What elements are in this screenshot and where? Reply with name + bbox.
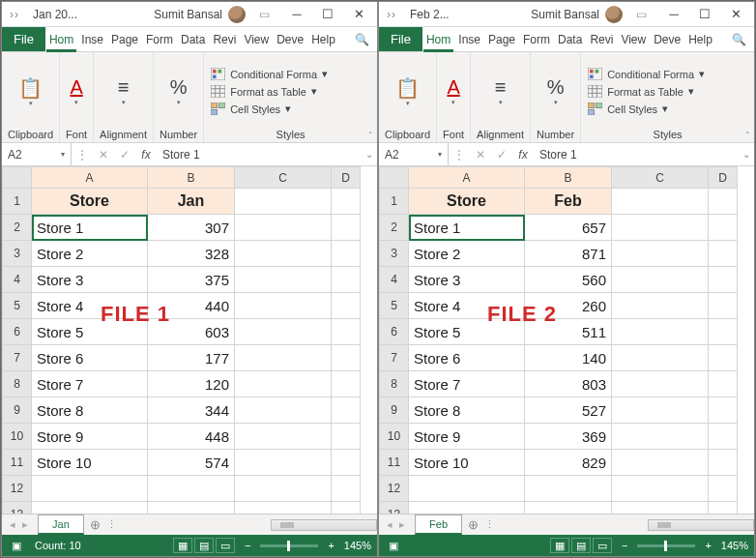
minimize-button[interactable]: ─: [282, 5, 311, 24]
cell[interactable]: Store 5: [409, 319, 525, 345]
ribbon-display-icon[interactable]: ▭: [255, 7, 273, 22]
new-sheet-button[interactable]: ⊕: [90, 517, 101, 532]
cell[interactable]: [235, 450, 332, 476]
cell[interactable]: [332, 215, 361, 241]
row-header[interactable]: 2: [3, 215, 32, 241]
cell[interactable]: [332, 345, 361, 371]
cell[interactable]: [235, 319, 332, 345]
cell[interactable]: Store 4: [32, 293, 148, 319]
tab-insert[interactable]: Inse: [454, 27, 484, 51]
cell[interactable]: [332, 397, 361, 424]
ribbon-group-clipboard[interactable]: 📋▾ Clipboard: [379, 52, 437, 142]
cell[interactable]: Jan: [148, 189, 235, 215]
cell[interactable]: Store 9: [32, 424, 148, 450]
cell[interactable]: 260: [525, 293, 612, 319]
close-button[interactable]: ✕: [344, 5, 373, 24]
cell[interactable]: [709, 241, 738, 267]
ribbon-display-icon[interactable]: ▭: [632, 7, 650, 22]
tab-view[interactable]: View: [617, 27, 650, 51]
row-header[interactable]: 6: [3, 319, 32, 345]
cell[interactable]: [709, 345, 738, 371]
cell[interactable]: Store 7: [409, 371, 525, 397]
col-header-d[interactable]: D: [332, 167, 361, 189]
format-as-table-button[interactable]: Format as Table▾: [210, 85, 371, 99]
cell[interactable]: [235, 189, 332, 215]
row-header[interactable]: 9: [380, 397, 409, 424]
cell[interactable]: [235, 502, 332, 514]
zoom-in-button[interactable]: +: [705, 540, 711, 551]
cancel-formula-button[interactable]: ✕: [93, 148, 114, 162]
ribbon-group-alignment[interactable]: ≡▾ Alignment: [94, 52, 154, 142]
cell[interactable]: [612, 371, 709, 397]
cell[interactable]: Store 1: [409, 215, 525, 241]
normal-view-button[interactable]: ▦: [550, 538, 569, 553]
cell[interactable]: [709, 476, 738, 502]
cell[interactable]: [709, 371, 738, 397]
row-header[interactable]: 9: [3, 397, 32, 424]
collapse-ribbon-icon[interactable]: ˄: [368, 131, 373, 140]
cell[interactable]: [235, 371, 332, 397]
row-header[interactable]: 4: [380, 267, 409, 293]
col-header-d[interactable]: D: [709, 167, 738, 189]
name-box[interactable]: A2 ▾: [379, 143, 449, 165]
cell[interactable]: [32, 476, 148, 502]
tab-page-layout[interactable]: Page: [107, 27, 142, 51]
conditional-formatting-button[interactable]: Conditional Forma▾: [587, 68, 748, 81]
cell[interactable]: [709, 215, 738, 241]
row-header[interactable]: 8: [380, 371, 409, 397]
sheet-tab[interactable]: Feb: [415, 514, 462, 535]
tab-insert[interactable]: Inse: [77, 27, 107, 51]
col-header-a[interactable]: A: [32, 167, 148, 189]
maximize-button[interactable]: ☐: [313, 5, 342, 24]
row-header[interactable]: 11: [3, 450, 32, 476]
row-header[interactable]: 5: [3, 293, 32, 319]
cell[interactable]: [409, 502, 525, 514]
cell[interactable]: [332, 502, 361, 514]
tab-developer[interactable]: Deve: [273, 27, 307, 51]
row-header[interactable]: 4: [3, 267, 32, 293]
col-header-c[interactable]: C: [612, 167, 709, 189]
ribbon-group-alignment[interactable]: ≡▾ Alignment: [471, 52, 531, 142]
cell[interactable]: [709, 267, 738, 293]
ribbon-group-font[interactable]: A▾ Font: [437, 52, 471, 142]
cell[interactable]: 177: [148, 345, 235, 371]
col-header-b[interactable]: B: [525, 167, 612, 189]
cell[interactable]: [332, 476, 361, 502]
avatar[interactable]: [228, 6, 246, 23]
cell[interactable]: 369: [525, 424, 612, 450]
cell[interactable]: [612, 189, 709, 215]
cell[interactable]: [148, 476, 235, 502]
row-header[interactable]: 10: [380, 424, 409, 450]
cell-styles-button[interactable]: Cell Styles▾: [210, 103, 371, 116]
cell[interactable]: Store 3: [409, 267, 525, 293]
cell[interactable]: 527: [525, 397, 612, 424]
tab-help[interactable]: Help: [307, 27, 339, 51]
cell[interactable]: [235, 293, 332, 319]
select-all-corner[interactable]: [380, 167, 409, 189]
cell[interactable]: [332, 371, 361, 397]
cell[interactable]: [709, 502, 738, 514]
row-header[interactable]: 7: [3, 345, 32, 371]
cell[interactable]: [612, 345, 709, 371]
sheet-tab[interactable]: Jan: [38, 514, 84, 535]
tab-data[interactable]: Data: [177, 27, 209, 51]
cell[interactable]: [332, 189, 361, 215]
cell[interactable]: [235, 215, 332, 241]
cell[interactable]: [235, 345, 332, 371]
spreadsheet-grid[interactable]: A B C D 1 Store Feb 2 Store 1 657 3 Stor…: [379, 166, 738, 514]
tab-home[interactable]: Hom: [45, 27, 77, 51]
cell[interactable]: 511: [525, 319, 612, 345]
row-header[interactable]: 1: [3, 189, 32, 215]
expand-formula-bar-icon[interactable]: ⌄: [362, 149, 377, 160]
normal-view-button[interactable]: ▦: [173, 538, 192, 553]
zoom-level[interactable]: 145%: [721, 540, 748, 551]
cell[interactable]: Store 1: [32, 215, 148, 241]
cell[interactable]: [332, 424, 361, 450]
cell[interactable]: 307: [148, 215, 235, 241]
ribbon-group-font[interactable]: A▾ Font: [60, 52, 94, 142]
cell[interactable]: [709, 189, 738, 215]
record-macro-icon[interactable]: ▣: [385, 539, 402, 552]
tab-file[interactable]: File: [379, 27, 422, 51]
cell[interactable]: [332, 241, 361, 267]
tab-file[interactable]: File: [2, 27, 45, 51]
